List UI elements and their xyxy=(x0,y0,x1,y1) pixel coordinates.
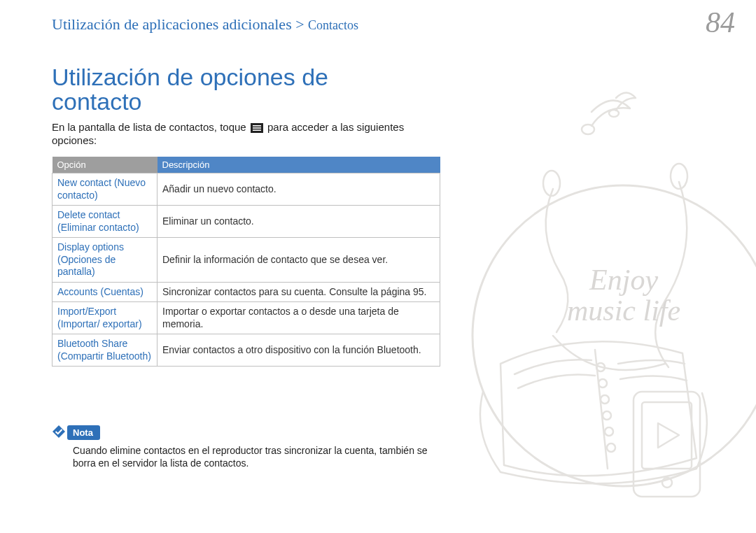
col-header-desc: Descripción xyxy=(158,157,440,173)
svg-point-9 xyxy=(671,164,687,189)
svg-marker-18 xyxy=(658,423,679,448)
svg-marker-4 xyxy=(52,425,65,438)
option-cell: Delete contact (Eliminar contacto) xyxy=(52,206,158,238)
option-cell: Display options (Opciones de pantalla) xyxy=(52,238,158,283)
svg-rect-17 xyxy=(642,402,692,469)
table-header-row: Opción Descripción xyxy=(52,157,440,173)
svg-point-7 xyxy=(609,110,619,117)
menu-icon xyxy=(251,123,263,133)
page-title: Utilización de opciones decontacto xyxy=(52,65,328,115)
decorative-illustration: Enjoymusic life xyxy=(434,0,756,533)
option-cell: Import/Export (Importar/ exportar) xyxy=(52,302,158,334)
note-callout: Nota Cuando elimine contactos en el repr… xyxy=(52,425,447,469)
desc-cell: Importar o exportar contactos a o desde … xyxy=(158,302,440,334)
intro-paragraph: En la pantalla de lista de contactos, to… xyxy=(52,121,430,148)
svg-point-11 xyxy=(598,379,607,388)
note-label: Nota xyxy=(67,425,100,440)
breadcrumb: Utilización de aplicaciones adicionales … xyxy=(52,15,358,34)
col-header-option: Opción xyxy=(52,157,158,173)
svg-point-15 xyxy=(607,443,615,452)
option-cell: Bluetooth Share (Compartir Bluetooth) xyxy=(52,334,158,367)
illustration-caption: Enjoymusic life xyxy=(567,264,680,326)
note-label-text: Nota xyxy=(73,427,93,438)
option-cell: New contact (Nuevo contacto) xyxy=(52,173,158,206)
desc-cell: Enviar contactos a otro dispositivo con … xyxy=(158,334,440,367)
desc-cell: Definir la información de contacto que s… xyxy=(158,238,440,283)
svg-rect-3 xyxy=(253,129,261,131)
svg-rect-2 xyxy=(253,127,261,129)
note-text: Cuando elimine contactos en el reproduct… xyxy=(73,444,447,469)
breadcrumb-sep: > xyxy=(292,15,308,33)
desc-cell: Eliminar un contacto. xyxy=(158,206,440,238)
svg-point-5 xyxy=(472,185,756,486)
music-note-icon xyxy=(582,93,636,135)
table-row: Bluetooth Share (Compartir Bluetooth)Env… xyxy=(52,334,440,367)
table-row: Display options (Opciones de pantalla)De… xyxy=(52,238,440,283)
breadcrumb-section: Utilización de aplicaciones adicionales xyxy=(52,15,292,33)
table-row: Delete contact (Eliminar contacto)Elimin… xyxy=(52,206,440,238)
svg-rect-1 xyxy=(253,125,261,127)
option-cell: Accounts (Cuentas) xyxy=(52,282,158,302)
svg-point-12 xyxy=(601,395,609,404)
svg-point-6 xyxy=(582,125,594,134)
desc-cell: Sincronizar contactos para su cuenta. Co… xyxy=(158,282,440,302)
table-row: Accounts (Cuentas)Sincronizar contactos … xyxy=(52,282,440,302)
table-row: Import/Export (Importar/ exportar)Import… xyxy=(52,302,440,334)
intro-before: En la pantalla de lista de contactos, to… xyxy=(52,121,249,133)
notebook-icon xyxy=(480,341,707,483)
desc-cell: Añadir un nuevo contacto. xyxy=(158,173,440,206)
manual-page: Utilización de aplicaciones adicionales … xyxy=(0,0,756,533)
options-table: Opción Descripción New contact (Nuevo co… xyxy=(52,157,440,367)
table-row: New contact (Nuevo contacto)Añadir un nu… xyxy=(52,173,440,206)
svg-point-14 xyxy=(605,427,613,436)
breadcrumb-page: Contactos xyxy=(308,18,358,32)
check-diamond-icon xyxy=(52,425,66,439)
svg-point-13 xyxy=(603,411,611,420)
